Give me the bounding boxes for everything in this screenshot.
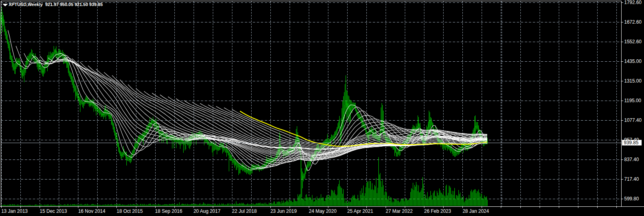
svg-text:27 Mar 2022: 27 Mar 2022 bbox=[386, 208, 413, 214]
svg-text:1792.60: 1792.60 bbox=[624, 0, 642, 5]
svg-text:16 Nov 2014: 16 Nov 2014 bbox=[78, 208, 105, 214]
svg-text:717.40: 717.40 bbox=[624, 176, 639, 182]
svg-text:26 Feb 2023: 26 Feb 2023 bbox=[424, 208, 451, 214]
svg-text:18 Sep 2016: 18 Sep 2016 bbox=[155, 208, 182, 214]
svg-text:1195.00: 1195.00 bbox=[624, 98, 642, 103]
svg-text:25 Apr 2021: 25 Apr 2021 bbox=[347, 208, 373, 214]
svg-text:1077.40: 1077.40 bbox=[624, 117, 642, 123]
svg-text:1315.00: 1315.00 bbox=[624, 78, 642, 84]
svg-text:939.85: 939.85 bbox=[624, 140, 639, 145]
svg-text:20 Aug 2017: 20 Aug 2017 bbox=[194, 208, 221, 214]
svg-text:28 Jan 2024: 28 Jan 2024 bbox=[462, 208, 489, 214]
svg-text:1672.60: 1672.60 bbox=[624, 19, 642, 25]
svg-text:22 Jul 2018: 22 Jul 2018 bbox=[232, 208, 257, 214]
svg-text:24 May 2020: 24 May 2020 bbox=[309, 208, 337, 214]
svg-text:599.80: 599.80 bbox=[624, 196, 639, 202]
svg-text:15 Dec 2013: 15 Dec 2013 bbox=[40, 208, 67, 214]
svg-text:1435.00: 1435.00 bbox=[624, 59, 642, 64]
svg-text:18 Oct 2015: 18 Oct 2015 bbox=[117, 208, 143, 214]
svg-text:837.40: 837.40 bbox=[624, 157, 639, 162]
svg-text:13 Jan 2013: 13 Jan 2013 bbox=[1, 208, 28, 214]
svg-text:23 Jun 2019: 23 Jun 2019 bbox=[270, 208, 297, 214]
svg-text:XPTUSD,Weekly 921.97 950.05 9: XPTUSD,Weekly 921.97 950.05 921.50 939.8… bbox=[9, 2, 103, 7]
svg-text:1552.60: 1552.60 bbox=[624, 39, 642, 44]
